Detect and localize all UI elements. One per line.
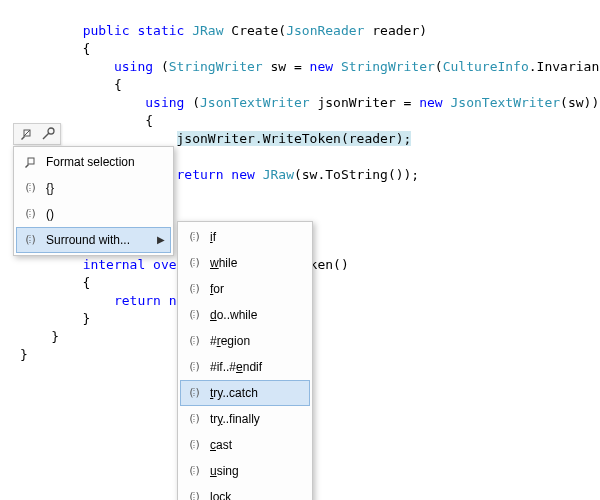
svg-line-1	[24, 130, 30, 136]
wrench-icon[interactable]	[40, 126, 56, 142]
bracket-icon: (⦙)	[184, 356, 204, 378]
bracket-icon: (⦙)	[184, 330, 204, 352]
submenu-item-while[interactable]: (⦙) while	[180, 250, 310, 276]
bracket-icon: (⦙)	[20, 229, 40, 251]
submenu-item-cast[interactable]: (⦙) cast	[180, 432, 310, 458]
menu-item-label: ()	[46, 203, 165, 225]
bracket-icon: (⦙)	[184, 486, 204, 500]
submenu-item-for[interactable]: (⦙) for	[180, 276, 310, 302]
bracket-icon: (⦙)	[20, 203, 40, 225]
bracket-icon: (⦙)	[20, 177, 40, 199]
menu-item-format-selection[interactable]: Format selection	[16, 149, 171, 175]
chevron-right-icon: ▶	[157, 229, 165, 251]
menu-item-label: Format selection	[46, 151, 165, 173]
bracket-icon: (⦙)	[184, 278, 204, 300]
code-line: }	[20, 311, 90, 326]
menu-item-label: {}	[46, 177, 165, 199]
bracket-icon: (⦙)	[184, 408, 204, 430]
submenu-item-label: cast	[210, 434, 304, 456]
submenu-item-label: do..while	[210, 304, 304, 326]
bracket-icon: (⦙)	[184, 226, 204, 248]
bracket-icon: (⦙)	[184, 252, 204, 274]
code-line: {	[20, 41, 90, 56]
submenu-item-label: using	[210, 460, 304, 482]
code-line: jsonWriter.WriteToken(reader);	[20, 131, 411, 146]
submenu-item-dowhile[interactable]: (⦙) do..while	[180, 302, 310, 328]
submenu-item-label: for	[210, 278, 304, 300]
context-menu: Format selection (⦙) {} (⦙) () (⦙) Surro…	[13, 146, 174, 256]
code-line: using (JsonTextWriter jsonWriter = new J…	[20, 95, 599, 110]
paintbrush-icon	[20, 155, 40, 169]
code-line: {	[20, 77, 122, 92]
menu-item-surround-with[interactable]: (⦙) Surround with... ▶	[16, 227, 171, 253]
code-line: using (StringWriter sw = new StringWrite…	[20, 59, 600, 74]
submenu-item-if[interactable]: (⦙) if	[180, 224, 310, 250]
submenu-item-lock[interactable]: (⦙) lock	[180, 484, 310, 500]
submenu-item-label: if	[210, 226, 304, 248]
code-line: }	[20, 347, 28, 362]
svg-rect-4	[28, 158, 34, 164]
submenu-item-tryfinally[interactable]: (⦙) try..finally	[180, 406, 310, 432]
code-line: {	[20, 275, 90, 290]
bracket-icon: (⦙)	[184, 460, 204, 482]
submenu-item-trycatch[interactable]: (⦙) try..catch	[180, 380, 310, 406]
svg-line-3	[43, 133, 49, 139]
selected-code: jsonWriter.WriteToken(reader);	[177, 131, 412, 146]
submenu-item-label: #if..#endif	[210, 356, 304, 378]
bracket-icon: (⦙)	[184, 382, 204, 404]
quick-actions-toolbar	[13, 123, 61, 145]
submenu-item-label: #region	[210, 330, 304, 352]
surround-with-submenu: (⦙) if (⦙) while (⦙) for (⦙) do..while (…	[177, 221, 313, 500]
submenu-item-label: try..catch	[210, 382, 304, 404]
menu-item-braces[interactable]: (⦙) {}	[16, 175, 171, 201]
code-line: public static JRaw Create(JsonReader rea…	[20, 23, 427, 38]
submenu-item-region[interactable]: (⦙) #region	[180, 328, 310, 354]
paintbrush-icon[interactable]	[18, 126, 34, 142]
submenu-item-label: while	[210, 252, 304, 274]
submenu-item-ifendif[interactable]: (⦙) #if..#endif	[180, 354, 310, 380]
code-line: }	[20, 329, 59, 344]
menu-item-label: Surround with...	[46, 229, 157, 251]
submenu-item-using[interactable]: (⦙) using	[180, 458, 310, 484]
bracket-icon: (⦙)	[184, 304, 204, 326]
menu-item-parens[interactable]: (⦙) ()	[16, 201, 171, 227]
bracket-icon: (⦙)	[184, 434, 204, 456]
submenu-item-label: lock	[210, 486, 304, 500]
code-line: return ne	[20, 293, 184, 308]
submenu-item-label: try..finally	[210, 408, 304, 430]
